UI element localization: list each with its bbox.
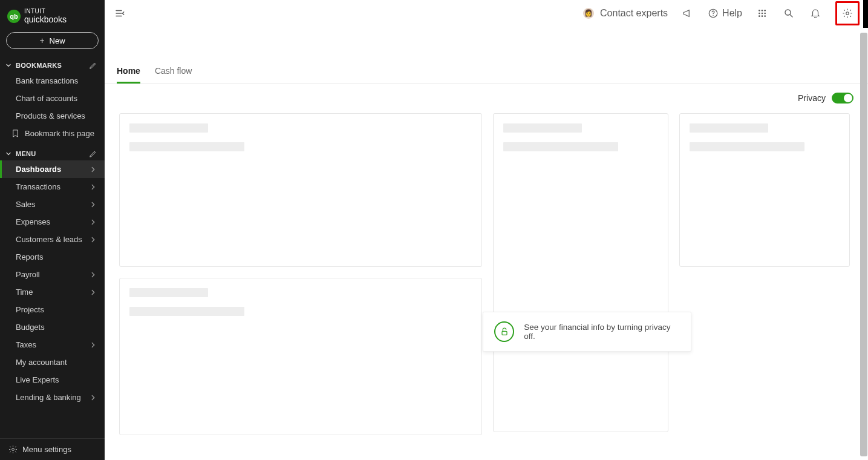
sidebar-item-label: Reports bbox=[16, 252, 44, 261]
megaphone-icon[interactable] bbox=[681, 7, 694, 20]
svg-point-4 bbox=[762, 10, 763, 12]
sidebar-item-label: Time bbox=[16, 288, 33, 297]
bookmark-this-page[interactable]: Bookmark this page bbox=[0, 125, 105, 142]
menu-header[interactable]: MENU bbox=[0, 147, 105, 160]
bookmarks-header[interactable]: BOOKMARKS bbox=[0, 59, 105, 72]
skeleton-line bbox=[503, 142, 618, 151]
sidebar-item-expenses[interactable]: Expenses bbox=[0, 213, 105, 231]
svg-point-13 bbox=[846, 12, 849, 15]
gear-icon[interactable] bbox=[841, 7, 854, 20]
menu-settings[interactable]: Menu settings bbox=[0, 438, 105, 460]
help-label: Help bbox=[722, 8, 742, 19]
sidebar-item-live-experts[interactable]: Live Experts bbox=[0, 371, 105, 389]
sidebar-item-lending-banking[interactable]: Lending & banking bbox=[0, 389, 105, 406]
sidebar-item-label: Dashboards bbox=[16, 165, 61, 174]
qb-logo-icon: qb bbox=[7, 10, 21, 23]
new-button-label: New bbox=[50, 36, 65, 45]
sidebar-item-reports[interactable]: Reports bbox=[0, 248, 105, 266]
skeleton-line bbox=[129, 288, 208, 297]
sidebar-item-time[interactable]: Time bbox=[0, 283, 105, 301]
sidebar-item-label: Taxes bbox=[16, 340, 36, 349]
sidebar-item-label: Customers & leads bbox=[16, 235, 82, 244]
sidebar-item-chart-of-accounts[interactable]: Chart of accounts bbox=[0, 90, 105, 107]
privacy-label: Privacy bbox=[798, 93, 826, 103]
pencil-icon[interactable] bbox=[89, 61, 97, 70]
dashboard-card bbox=[493, 113, 668, 432]
brand: qb INTUIT quickbooks bbox=[0, 0, 105, 30]
search-icon[interactable] bbox=[782, 7, 795, 20]
sidebar-item-sales[interactable]: Sales bbox=[0, 196, 105, 213]
menu-items: DashboardsTransactionsSalesExpensesCusto… bbox=[0, 160, 105, 406]
chevron-right-icon bbox=[89, 183, 97, 191]
chevron-right-icon bbox=[89, 165, 97, 174]
dashboard-card bbox=[119, 113, 482, 267]
sidebar-item-label: Expenses bbox=[16, 217, 50, 226]
svg-point-6 bbox=[759, 12, 760, 14]
sidebar-item-label: Bank transactions bbox=[16, 76, 78, 85]
skeleton-line bbox=[503, 123, 582, 133]
pencil-icon[interactable] bbox=[89, 150, 97, 158]
sidebar-item-label: Live Experts bbox=[16, 375, 59, 384]
main: 👩 Contact experts Help bbox=[105, 0, 868, 460]
menu-label: MENU bbox=[16, 150, 36, 157]
sidebar-item-label: Products & services bbox=[16, 111, 85, 120]
sidebar-item-label: Chart of accounts bbox=[16, 94, 77, 103]
new-button[interactable]: + New bbox=[6, 32, 99, 49]
sidebar-item-label: My accountant bbox=[16, 358, 67, 367]
cards-area bbox=[105, 104, 868, 445]
sidebar-item-customers-leads[interactable]: Customers & leads bbox=[0, 231, 105, 248]
menu-settings-label: Menu settings bbox=[22, 445, 71, 454]
bookmark-this-label: Bookmark this page bbox=[25, 129, 94, 138]
chevron-down-icon bbox=[5, 62, 12, 69]
svg-point-9 bbox=[759, 15, 760, 17]
sidebar-item-label: Transactions bbox=[16, 182, 60, 191]
skeleton-line bbox=[129, 142, 244, 151]
sidebar-item-payroll[interactable]: Payroll bbox=[0, 266, 105, 283]
sidebar-item-my-accountant[interactable]: My accountant bbox=[0, 353, 105, 371]
privacy-toggle[interactable] bbox=[832, 93, 853, 104]
brand-product: quickbooks bbox=[24, 15, 67, 24]
svg-rect-14 bbox=[502, 331, 507, 335]
privacy-tip-text: See your financial info by turning priva… bbox=[524, 323, 680, 341]
lock-icon bbox=[494, 321, 514, 342]
sidebar-item-bank-transactions[interactable]: Bank transactions bbox=[0, 72, 105, 90]
chevron-right-icon bbox=[89, 288, 97, 297]
sidebar-item-budgets[interactable]: Budgets bbox=[0, 318, 105, 336]
contact-experts-label: Contact experts bbox=[600, 8, 668, 19]
sidebar-item-dashboards[interactable]: Dashboards bbox=[0, 160, 105, 178]
sidebar-item-taxes[interactable]: Taxes bbox=[0, 336, 105, 353]
scrollbar[interactable] bbox=[860, 33, 867, 456]
sidebar-item-label: Budgets bbox=[16, 323, 45, 332]
sidebar-item-label: Lending & banking bbox=[16, 393, 81, 402]
svg-point-0 bbox=[12, 448, 15, 451]
help-circle-icon bbox=[708, 8, 719, 19]
contact-experts[interactable]: 👩 Contact experts bbox=[583, 8, 668, 19]
svg-point-8 bbox=[764, 12, 766, 14]
sidebar-item-products-services[interactable]: Products & services bbox=[0, 107, 105, 125]
chevron-right-icon bbox=[89, 271, 97, 279]
svg-point-5 bbox=[764, 10, 766, 12]
brand-text: INTUIT quickbooks bbox=[24, 8, 67, 24]
sidebar-item-projects[interactable]: Projects bbox=[0, 301, 105, 318]
privacy-tip: See your financial info by turning priva… bbox=[483, 312, 691, 352]
tab-cash-flow[interactable]: Cash flow bbox=[155, 66, 192, 84]
expert-avatar-icon: 👩 bbox=[583, 8, 594, 19]
skeleton-line bbox=[690, 142, 804, 151]
collapse-sidebar-icon[interactable] bbox=[113, 7, 126, 20]
gear-icon bbox=[8, 445, 18, 454]
sidebar-item-transactions[interactable]: Transactions bbox=[0, 178, 105, 196]
skeleton-line bbox=[129, 307, 244, 316]
sidebar-item-label: Sales bbox=[16, 200, 36, 209]
tab-home[interactable]: Home bbox=[117, 66, 140, 84]
privacy-row: Privacy bbox=[105, 84, 868, 104]
chevron-right-icon bbox=[89, 235, 97, 244]
tabs: Home Cash flow bbox=[105, 30, 868, 84]
apps-grid-icon[interactable] bbox=[755, 7, 769, 20]
sidebar: qb INTUIT quickbooks + New BOOKMARKS Ban… bbox=[0, 0, 105, 460]
plus-icon: + bbox=[39, 36, 44, 45]
svg-point-12 bbox=[785, 10, 791, 15]
chevron-down-icon bbox=[5, 150, 12, 157]
bell-icon[interactable] bbox=[809, 7, 822, 20]
help-button[interactable]: Help bbox=[708, 8, 742, 19]
window-edge bbox=[863, 0, 868, 28]
